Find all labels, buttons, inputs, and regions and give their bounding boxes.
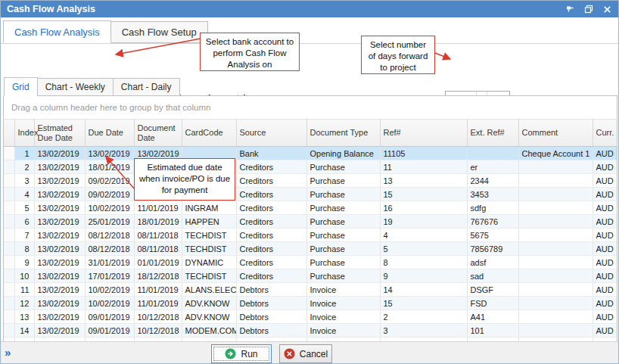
column-header-comment[interactable]: Comment bbox=[518, 120, 593, 147]
cell-comment bbox=[518, 174, 593, 188]
cell-ref: 8 bbox=[380, 256, 467, 269]
footer-bar: » Run Cancel bbox=[1, 341, 618, 364]
callout-line: of days forward bbox=[362, 51, 434, 62]
cancel-button[interactable]: Cancel bbox=[279, 344, 332, 363]
cell-comment bbox=[518, 188, 593, 201]
cell-due-date: 17/01/2019 bbox=[85, 269, 134, 283]
cell-document-date: 01/01/2019 bbox=[134, 256, 182, 269]
column-header-ref[interactable]: Ref# bbox=[380, 120, 467, 147]
table-row[interactable]: 613/02/201925/01/201918/01/2019HAPPENCre… bbox=[4, 215, 617, 229]
cell-due-date: 08/12/2018 bbox=[85, 242, 134, 256]
table-row[interactable]: 913/02/201931/01/201901/01/2019DYNAMICCr… bbox=[4, 256, 617, 269]
cell-cardcode: TECHDIST bbox=[182, 269, 236, 283]
close-icon[interactable] bbox=[602, 5, 612, 14]
table-row[interactable]: 1313/02/201909/01/201910/12/2018ADV.KNOW… bbox=[4, 310, 617, 324]
cell-ext-ref: DSGF bbox=[467, 283, 518, 297]
column-header-source[interactable]: Source bbox=[236, 120, 306, 147]
cell-document-type: Purchase bbox=[306, 174, 380, 188]
callout-line: Select number bbox=[362, 39, 434, 51]
table-row[interactable]: 1113/02/201910/02/201911/01/2019ALANS.EL… bbox=[4, 283, 617, 297]
cell-curr: AUD bbox=[593, 269, 617, 283]
cancel-button-label: Cancel bbox=[300, 349, 328, 359]
column-header-document-date[interactable]: Document Date bbox=[134, 120, 182, 147]
cell-curr: AUD bbox=[593, 297, 617, 310]
cell-ref: 15 bbox=[380, 297, 467, 310]
cell-estmated-due-date: 13/02/2019 bbox=[34, 297, 85, 310]
table-row[interactable]: 213/02/201918/01/2019CreditorsPurchase11… bbox=[4, 160, 617, 174]
tab-cash-flow-setup[interactable]: Cash Flow Setup bbox=[110, 21, 208, 43]
tab-chart-daily[interactable]: Chart - Daily bbox=[113, 78, 180, 96]
run-button[interactable]: Run bbox=[211, 344, 272, 363]
cash-flow-analysis-window: Cash Flow Analysis Cash Flow Analysis Ca… bbox=[0, 0, 619, 364]
group-by-hint[interactable]: Drag a column header here to group by th… bbox=[4, 96, 617, 119]
column-header-document-type[interactable]: Document Type bbox=[306, 120, 380, 147]
table-row[interactable]: 1013/02/201917/01/201918/12/2018TECHDIST… bbox=[4, 269, 617, 283]
cell-due-date: 08/12/2018 bbox=[85, 229, 134, 242]
cell-index: 11 bbox=[14, 283, 34, 297]
cell-cardcode: ALANS.ELEC bbox=[182, 283, 236, 297]
column-header-cardcode[interactable]: CardCode bbox=[182, 120, 236, 147]
cell-ext-ref: er bbox=[467, 160, 518, 174]
cell-ext-ref: sad bbox=[467, 269, 518, 283]
table-row[interactable]: 1213/02/201910/02/201911/01/2019ADV.KNOW… bbox=[4, 297, 617, 310]
cell-index: 6 bbox=[14, 215, 34, 229]
cell-comment bbox=[518, 229, 593, 242]
cell-index: 2 bbox=[14, 160, 34, 174]
cell-ref: 11105 bbox=[380, 147, 467, 160]
column-header-curr[interactable]: Curr. bbox=[593, 120, 617, 147]
cell-due-date: 10/02/2019 bbox=[85, 283, 134, 297]
run-arrow-icon bbox=[225, 348, 236, 359]
callout-line: Select bank account to bbox=[201, 36, 299, 48]
cell-curr: AUD bbox=[593, 160, 617, 174]
cell-ext-ref: 3453 bbox=[467, 188, 518, 201]
cell-comment bbox=[518, 269, 593, 283]
grid-body: 113/02/201913/02/201913/02/2019BankOpeni… bbox=[4, 147, 617, 343]
cell-document-type: Purchase bbox=[306, 201, 380, 215]
cell-estmated-due-date: 13/02/2019 bbox=[34, 310, 85, 324]
cell-source: Bank bbox=[236, 147, 306, 160]
cell-estmated-due-date: 13/02/2019 bbox=[34, 160, 85, 174]
tab-cash-flow-analysis[interactable]: Cash Flow Analysis bbox=[3, 20, 111, 43]
cell-index: 10 bbox=[14, 269, 34, 283]
cell-comment bbox=[518, 297, 593, 310]
cell-document-type: Invoice bbox=[306, 283, 380, 297]
cell-document-date: 10/12/2018 bbox=[134, 324, 182, 338]
tab-chart-weekly[interactable]: Chart - Weekly bbox=[37, 78, 114, 96]
tab-grid[interactable]: Grid bbox=[4, 77, 38, 96]
cell-document-type: Purchase bbox=[306, 229, 380, 242]
cell-comment bbox=[518, 215, 593, 229]
row-indicator bbox=[4, 229, 14, 242]
table-row[interactable]: 413/02/201909/02/2019CreditorsPurchase15… bbox=[4, 188, 617, 201]
cell-ref: 4 bbox=[380, 229, 467, 242]
table-row[interactable]: 513/02/201910/02/201911/01/2019INGRAMCre… bbox=[4, 201, 617, 215]
pin-icon[interactable] bbox=[565, 4, 575, 14]
cell-source: Debtors bbox=[236, 310, 306, 324]
column-header-due-date[interactable]: Due Date bbox=[85, 120, 134, 147]
cell-curr: AUD bbox=[593, 256, 617, 269]
restore-icon[interactable] bbox=[583, 4, 594, 14]
column-header-estmated-due-date[interactable]: Estmated Due Date bbox=[34, 120, 85, 147]
cell-due-date: 09/01/2019 bbox=[85, 310, 134, 324]
table-row[interactable]: 313/02/201909/02/2019CreditorsPurchase13… bbox=[4, 174, 617, 188]
table-row[interactable]: 113/02/201913/02/201913/02/2019BankOpeni… bbox=[4, 147, 617, 160]
row-indicator-header bbox=[4, 120, 14, 147]
column-header-ext-ref[interactable]: Ext. Ref# bbox=[467, 120, 518, 147]
cell-ref: 14 bbox=[380, 283, 467, 297]
cell-curr: AUD bbox=[593, 174, 617, 188]
column-header-index[interactable]: Index bbox=[14, 120, 34, 147]
window-title: Cash Flow Analysis bbox=[1, 4, 95, 14]
callout-estimated-due-date: Estimated due datewhen invoice/PO is due… bbox=[134, 158, 235, 201]
callout-line: to project bbox=[362, 62, 434, 73]
cell-ext-ref bbox=[467, 147, 518, 160]
cell-document-type: Purchase bbox=[306, 215, 380, 229]
table-row[interactable]: 813/02/201908/12/201808/11/2018TECHDISTC… bbox=[4, 242, 617, 256]
table-row[interactable]: 713/02/201908/12/201808/11/2018TECHDISTC… bbox=[4, 229, 617, 242]
table-row[interactable]: 1413/02/201909/01/201910/12/2018MODEM.CO… bbox=[4, 324, 617, 338]
controls-row: Bank Account 11105 ▾ Cheque Account 1 90… bbox=[1, 44, 618, 77]
cell-cardcode: TECHDIST bbox=[182, 229, 236, 242]
cell-ext-ref: 5675 bbox=[467, 229, 518, 242]
callout-line: perform Cash Flow bbox=[201, 48, 299, 59]
cell-comment: Cheque Account 1 bbox=[518, 147, 593, 160]
expand-chevrons[interactable]: » bbox=[5, 346, 11, 359]
cell-source: Creditors bbox=[236, 242, 306, 256]
